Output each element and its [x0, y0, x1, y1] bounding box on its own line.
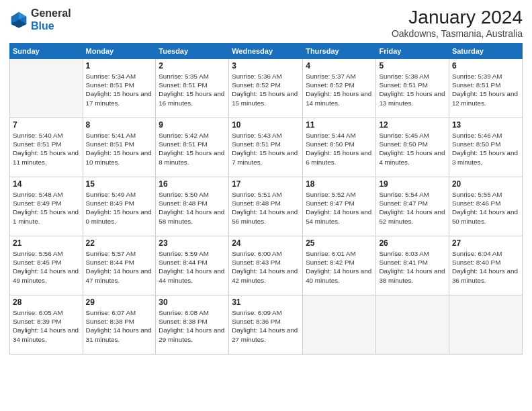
day-info-3-3: Sunrise: 6:00 AMSunset: 8:43 PMDaylight:…: [232, 249, 300, 285]
header-saturday: Saturday: [449, 44, 522, 59]
day-cell-2-2: 16Sunrise: 5:50 AMSunset: 8:48 PMDayligh…: [156, 177, 229, 236]
day-cell-3-5: 26Sunrise: 6:03 AMSunset: 8:41 PMDayligh…: [376, 236, 449, 295]
day-cell-2-4: 18Sunrise: 5:52 AMSunset: 8:47 PMDayligh…: [303, 177, 376, 236]
day-info-0-4: Sunrise: 5:37 AMSunset: 8:52 PMDaylight:…: [306, 72, 373, 107]
day-info-4-1: Sunrise: 6:07 AMSunset: 8:38 PMDaylight:…: [86, 308, 153, 344]
week-row-3: 21Sunrise: 5:56 AMSunset: 8:45 PMDayligh…: [10, 236, 523, 295]
day-number-2-2: 16: [159, 179, 226, 189]
day-cell-1-0: 7Sunrise: 5:40 AMSunset: 8:51 PMDaylight…: [10, 118, 83, 177]
day-number-3-5: 26: [379, 238, 445, 248]
day-number-0-2: 2: [159, 61, 226, 71]
calendar-table: Sunday Monday Tuesday Wednesday Thursday…: [9, 43, 523, 355]
week-row-1: 7Sunrise: 5:40 AMSunset: 8:51 PMDaylight…: [10, 118, 523, 177]
day-number-2-1: 15: [86, 179, 153, 189]
header-wednesday: Wednesday: [229, 44, 303, 59]
day-info-1-0: Sunrise: 5:40 AMSunset: 8:51 PMDaylight:…: [13, 131, 80, 167]
day-number-1-3: 10: [232, 120, 300, 130]
header-thursday: Thursday: [303, 44, 376, 59]
day-cell-4-2: 30Sunrise: 6:08 AMSunset: 8:38 PMDayligh…: [156, 295, 229, 355]
day-number-1-6: 13: [452, 120, 519, 130]
day-number-0-3: 3: [232, 61, 300, 71]
day-info-1-3: Sunrise: 5:43 AMSunset: 8:51 PMDaylight:…: [232, 131, 300, 167]
header-sunday: Sunday: [10, 44, 83, 59]
day-info-3-4: Sunrise: 6:01 AMSunset: 8:42 PMDaylight:…: [306, 249, 373, 285]
day-info-3-6: Sunrise: 6:04 AMSunset: 8:40 PMDaylight:…: [452, 249, 519, 285]
day-info-0-2: Sunrise: 5:35 AMSunset: 8:51 PMDaylight:…: [159, 72, 226, 107]
day-number-3-4: 25: [306, 238, 373, 248]
day-cell-4-6: [449, 295, 522, 355]
day-info-0-1: Sunrise: 5:34 AMSunset: 8:51 PMDaylight:…: [86, 72, 153, 107]
day-number-0-6: 6: [452, 61, 519, 71]
day-cell-4-5: [376, 295, 449, 355]
day-info-4-3: Sunrise: 6:09 AMSunset: 8:36 PMDaylight:…: [232, 308, 300, 344]
page: General Blue January 2024 Oakdowns, Tasm…: [0, 0, 532, 411]
day-cell-0-2: 2Sunrise: 5:35 AMSunset: 8:51 PMDaylight…: [156, 59, 229, 118]
day-info-1-1: Sunrise: 5:41 AMSunset: 8:51 PMDaylight:…: [86, 131, 153, 167]
day-number-3-2: 23: [159, 238, 226, 248]
day-number-1-1: 8: [86, 120, 153, 130]
month-title: January 2024: [392, 7, 523, 28]
logo: General Blue: [9, 7, 71, 32]
day-number-0-1: 1: [86, 61, 153, 71]
calendar-body: 1Sunrise: 5:34 AMSunset: 8:51 PMDaylight…: [10, 59, 523, 355]
day-cell-0-4: 4Sunrise: 5:37 AMSunset: 8:52 PMDaylight…: [303, 59, 376, 118]
day-cell-2-6: 20Sunrise: 5:55 AMSunset: 8:46 PMDayligh…: [449, 177, 522, 236]
day-info-2-6: Sunrise: 5:55 AMSunset: 8:46 PMDaylight:…: [452, 190, 519, 226]
day-cell-1-4: 11Sunrise: 5:44 AMSunset: 8:50 PMDayligh…: [303, 118, 376, 177]
day-info-2-5: Sunrise: 5:54 AMSunset: 8:47 PMDaylight:…: [379, 190, 445, 226]
day-cell-0-6: 6Sunrise: 5:39 AMSunset: 8:51 PMDaylight…: [449, 59, 522, 118]
week-row-2: 14Sunrise: 5:48 AMSunset: 8:49 PMDayligh…: [10, 177, 523, 236]
day-cell-2-1: 15Sunrise: 5:49 AMSunset: 8:49 PMDayligh…: [83, 177, 156, 236]
day-number-2-0: 14: [13, 179, 80, 189]
title-block: January 2024 Oakdowns, Tasmania, Austral…: [392, 7, 523, 39]
day-number-3-6: 27: [452, 238, 519, 248]
day-info-0-3: Sunrise: 5:36 AMSunset: 8:52 PMDaylight:…: [232, 72, 300, 107]
day-cell-3-4: 25Sunrise: 6:01 AMSunset: 8:42 PMDayligh…: [303, 236, 376, 295]
day-cell-2-3: 17Sunrise: 5:51 AMSunset: 8:48 PMDayligh…: [229, 177, 303, 236]
day-info-2-0: Sunrise: 5:48 AMSunset: 8:49 PMDaylight:…: [13, 190, 80, 226]
day-number-1-5: 12: [379, 120, 445, 130]
logo-text: General Blue: [31, 7, 71, 32]
day-number-2-4: 18: [306, 179, 373, 189]
day-info-1-2: Sunrise: 5:42 AMSunset: 8:51 PMDaylight:…: [159, 131, 226, 167]
day-cell-3-0: 21Sunrise: 5:56 AMSunset: 8:45 PMDayligh…: [10, 236, 83, 295]
day-cell-1-6: 13Sunrise: 5:46 AMSunset: 8:50 PMDayligh…: [449, 118, 522, 177]
day-number-3-3: 24: [232, 238, 300, 248]
day-cell-1-2: 9Sunrise: 5:42 AMSunset: 8:51 PMDaylight…: [156, 118, 229, 177]
header-friday: Friday: [376, 44, 449, 59]
day-cell-3-3: 24Sunrise: 6:00 AMSunset: 8:43 PMDayligh…: [229, 236, 303, 295]
day-number-0-4: 4: [306, 61, 373, 71]
day-info-2-3: Sunrise: 5:51 AMSunset: 8:48 PMDaylight:…: [232, 190, 300, 226]
day-cell-3-6: 27Sunrise: 6:04 AMSunset: 8:40 PMDayligh…: [449, 236, 522, 295]
day-cell-4-4: [303, 295, 376, 355]
day-cell-2-0: 14Sunrise: 5:48 AMSunset: 8:49 PMDayligh…: [10, 177, 83, 236]
header: General Blue January 2024 Oakdowns, Tasm…: [9, 7, 523, 39]
day-info-1-4: Sunrise: 5:44 AMSunset: 8:50 PMDaylight:…: [306, 131, 373, 167]
location-subtitle: Oakdowns, Tasmania, Australia: [392, 28, 523, 39]
day-cell-3-1: 22Sunrise: 5:57 AMSunset: 8:44 PMDayligh…: [83, 236, 156, 295]
day-number-3-0: 21: [13, 238, 80, 248]
weekday-header-row: Sunday Monday Tuesday Wednesday Thursday…: [10, 44, 523, 59]
header-tuesday: Tuesday: [156, 44, 229, 59]
day-number-1-4: 11: [306, 120, 373, 130]
week-row-0: 1Sunrise: 5:34 AMSunset: 8:51 PMDaylight…: [10, 59, 523, 118]
day-info-1-6: Sunrise: 5:46 AMSunset: 8:50 PMDaylight:…: [452, 131, 519, 167]
day-cell-0-1: 1Sunrise: 5:34 AMSunset: 8:51 PMDaylight…: [83, 59, 156, 118]
day-number-4-3: 31: [232, 298, 300, 307]
day-cell-0-5: 5Sunrise: 5:38 AMSunset: 8:51 PMDaylight…: [376, 59, 449, 118]
day-cell-4-1: 29Sunrise: 6:07 AMSunset: 8:38 PMDayligh…: [83, 295, 156, 355]
day-cell-3-2: 23Sunrise: 5:59 AMSunset: 8:44 PMDayligh…: [156, 236, 229, 295]
day-number-2-6: 20: [452, 179, 519, 189]
day-cell-1-3: 10Sunrise: 5:43 AMSunset: 8:51 PMDayligh…: [229, 118, 303, 177]
day-cell-4-0: 28Sunrise: 6:05 AMSunset: 8:39 PMDayligh…: [10, 295, 83, 355]
day-number-3-1: 22: [86, 238, 153, 248]
day-info-3-2: Sunrise: 5:59 AMSunset: 8:44 PMDaylight:…: [159, 249, 226, 285]
day-cell-4-3: 31Sunrise: 6:09 AMSunset: 8:36 PMDayligh…: [229, 295, 303, 355]
week-row-4: 28Sunrise: 6:05 AMSunset: 8:39 PMDayligh…: [10, 295, 523, 355]
day-cell-0-0: [10, 59, 83, 118]
logo-icon: [9, 10, 28, 29]
header-monday: Monday: [83, 44, 156, 59]
day-number-1-2: 9: [159, 120, 226, 130]
calendar-header: Sunday Monday Tuesday Wednesday Thursday…: [10, 44, 523, 59]
day-info-2-4: Sunrise: 5:52 AMSunset: 8:47 PMDaylight:…: [306, 190, 373, 226]
